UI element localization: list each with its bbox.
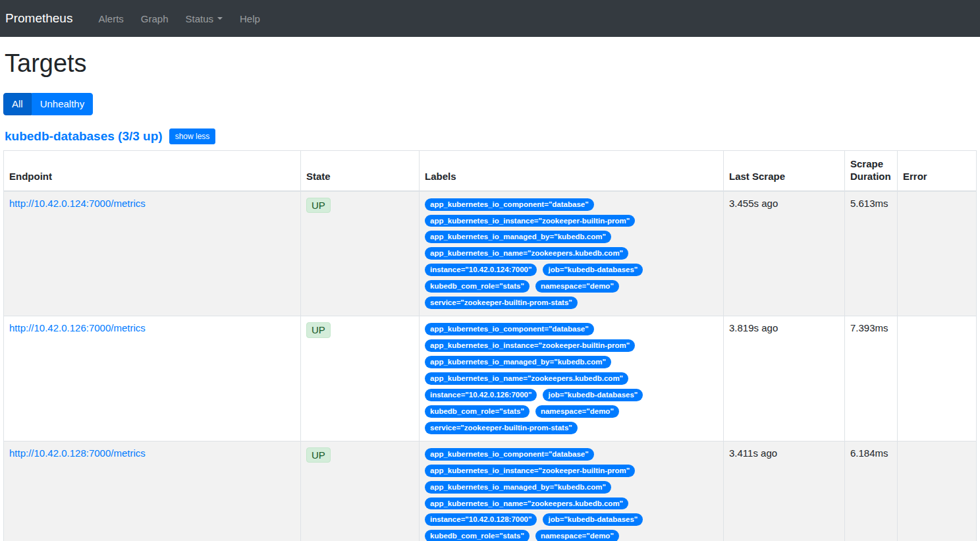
page-content: Targets All Unhealthy kubedb-databases (… xyxy=(0,49,980,541)
show-less-button[interactable]: show less xyxy=(169,128,216,144)
last-scrape-cell: 3.819s ago xyxy=(724,316,845,441)
target-label-pill: kubedb_com_role="stats" xyxy=(425,280,530,293)
target-label-pill: job="kubedb-databases" xyxy=(543,389,643,401)
label-line: app_kubernetes_io_managed_by="kubedb.com… xyxy=(425,480,718,494)
target-label-pill: instance="10.42.0.126:7000" xyxy=(425,389,537,401)
targets-table-header: Endpoint State Labels Last Scrape Scrape… xyxy=(4,151,977,191)
state-cell: UP xyxy=(301,316,420,441)
label-line: service="zookeeper-builtin-prom-stats" xyxy=(425,421,718,434)
label-line: instance="10.42.0.126:7000"job="kubedb-d… xyxy=(425,388,718,401)
state-badge: UP xyxy=(306,447,331,463)
target-label-pill: app_kubernetes_io_component="database" xyxy=(425,323,594,335)
state-cell: UP xyxy=(301,191,420,316)
scrape-duration-cell: 5.613ms xyxy=(845,191,898,316)
filter-unhealthy-button[interactable]: Unhealthy xyxy=(32,93,94,115)
label-line: app_kubernetes_io_name="zookeepers.kubed… xyxy=(425,497,718,510)
label-line: app_kubernetes_io_managed_by="kubedb.com… xyxy=(425,230,718,243)
label-line: app_kubernetes_io_component="database" xyxy=(425,322,718,335)
target-label-pill: app_kubernetes_io_managed_by="kubedb.com… xyxy=(425,356,611,368)
header-error: Error xyxy=(898,151,977,191)
endpoint-link[interactable]: http://10.42.0.124:7000/metrics xyxy=(9,198,146,209)
target-label-pill: job="kubedb-databases" xyxy=(543,264,643,276)
state-cell: UP xyxy=(301,441,420,541)
label-line: app_kubernetes_io_component="database" xyxy=(425,198,718,211)
top-navbar: Prometheus Alerts Graph Status Help xyxy=(0,0,980,37)
target-label-pill: service="zookeeper-builtin-prom-stats" xyxy=(425,297,578,309)
nav-item-alerts-label: Alerts xyxy=(98,13,123,24)
nav-item-graph[interactable]: Graph xyxy=(132,13,177,24)
labels-cell: app_kubernetes_io_component="database"ap… xyxy=(420,191,724,316)
target-label-pill: app_kubernetes_io_instance="zookeeper-bu… xyxy=(425,465,635,477)
error-cell xyxy=(898,316,977,441)
label-line: kubedb_com_role="stats"namespace="demo" xyxy=(425,279,718,293)
target-filter-group: All Unhealthy xyxy=(3,93,93,115)
error-cell xyxy=(898,441,977,541)
target-label-pill: app_kubernetes_io_instance="zookeeper-bu… xyxy=(425,215,635,227)
label-line: app_kubernetes_io_instance="zookeeper-bu… xyxy=(425,214,718,227)
label-line: kubedb_com_role="stats"namespace="demo" xyxy=(425,405,718,418)
endpoint-cell: http://10.42.0.124:7000/metrics xyxy=(4,191,301,316)
brand-link[interactable]: Prometheus xyxy=(5,11,72,26)
targets-table: Endpoint State Labels Last Scrape Scrape… xyxy=(3,150,977,541)
nav-item-help-label: Help xyxy=(240,13,260,24)
target-row: http://10.42.0.128:7000/metrics UP app_k… xyxy=(4,441,977,541)
last-scrape: 3.819s ago xyxy=(729,322,778,333)
endpoint-cell: http://10.42.0.128:7000/metrics xyxy=(4,441,301,541)
scrape-duration: 6.184ms xyxy=(850,447,888,459)
scrape-duration-cell: 7.393ms xyxy=(845,316,898,441)
labels-cell: app_kubernetes_io_component="database"ap… xyxy=(420,441,724,541)
last-scrape: 3.411s ago xyxy=(729,447,777,459)
endpoint-link[interactable]: http://10.42.0.128:7000/metrics xyxy=(9,447,146,459)
target-label-pill: app_kubernetes_io_managed_by="kubedb.com… xyxy=(425,231,611,243)
job-title: kubedb-databases (3/3 up) xyxy=(5,129,163,144)
nav-item-help[interactable]: Help xyxy=(231,13,269,24)
target-label-pill: job="kubedb-databases" xyxy=(543,513,643,526)
target-label-pill: instance="10.42.0.128:7000" xyxy=(425,513,537,526)
nav-item-status-dropdown[interactable]: Status xyxy=(177,13,232,24)
header-scrape-duration: Scrape Duration xyxy=(845,151,898,191)
state-badge: UP xyxy=(306,322,331,338)
target-label-pill: namespace="demo" xyxy=(535,280,619,293)
target-label-pill: app_kubernetes_io_name="zookeepers.kubed… xyxy=(425,372,628,385)
target-label-pill: app_kubernetes_io_name="zookeepers.kubed… xyxy=(425,247,628,260)
scrape-duration: 5.613ms xyxy=(850,198,888,209)
scrape-duration: 7.393ms xyxy=(850,322,888,333)
target-label-pill: app_kubernetes_io_instance="zookeeper-bu… xyxy=(425,339,635,352)
last-scrape-cell: 3.455s ago xyxy=(724,191,845,316)
target-label-pill: app_kubernetes_io_name="zookeepers.kubed… xyxy=(425,498,628,510)
label-line: app_kubernetes_io_name="zookeepers.kubed… xyxy=(425,372,718,385)
target-label-pill: app_kubernetes_io_managed_by="kubedb.com… xyxy=(425,481,611,494)
filter-all-button[interactable]: All xyxy=(3,93,32,115)
label-line: service="zookeeper-builtin-prom-stats" xyxy=(425,296,718,309)
target-label-pill: namespace="demo" xyxy=(535,405,619,418)
endpoint-cell: http://10.42.0.126:7000/metrics xyxy=(4,316,301,441)
label-line: app_kubernetes_io_managed_by="kubedb.com… xyxy=(425,355,718,368)
state-badge: UP xyxy=(306,198,331,214)
header-state: State xyxy=(301,151,420,191)
targets-table-body: http://10.42.0.124:7000/metrics UP app_k… xyxy=(4,191,977,541)
header-labels: Labels xyxy=(420,151,724,191)
label-line: app_kubernetes_io_instance="zookeeper-bu… xyxy=(425,339,718,352)
endpoint-link[interactable]: http://10.42.0.126:7000/metrics xyxy=(9,322,146,333)
labels-cell: app_kubernetes_io_component="database"ap… xyxy=(420,316,724,441)
target-label-pill: app_kubernetes_io_component="database" xyxy=(425,448,594,461)
nav-item-status-label: Status xyxy=(186,13,214,24)
header-last-scrape: Last Scrape xyxy=(724,151,845,191)
nav-item-graph-label: Graph xyxy=(141,13,169,24)
last-scrape: 3.455s ago xyxy=(729,198,778,209)
target-label-pill: service="zookeeper-builtin-prom-stats" xyxy=(425,422,578,434)
label-line: app_kubernetes_io_name="zookeepers.kubed… xyxy=(425,246,718,260)
nav-item-alerts[interactable]: Alerts xyxy=(90,13,132,24)
caret-down-icon xyxy=(217,17,223,20)
job-header: kubedb-databases (3/3 up) show less xyxy=(5,128,977,144)
error-cell xyxy=(898,191,977,316)
target-label-pill: kubedb_com_role="stats" xyxy=(425,530,530,541)
scrape-duration-cell: 6.184ms xyxy=(845,441,898,541)
target-row: http://10.42.0.124:7000/metrics UP app_k… xyxy=(4,191,977,316)
target-label-pill: kubedb_com_role="stats" xyxy=(425,405,530,418)
label-line: instance="10.42.0.124:7000"job="kubedb-d… xyxy=(425,263,718,276)
target-label-pill: namespace="demo" xyxy=(535,530,619,541)
last-scrape-cell: 3.411s ago xyxy=(724,441,845,541)
target-label-pill: instance="10.42.0.124:7000" xyxy=(425,264,537,276)
label-line: kubedb_com_role="stats"namespace="demo" xyxy=(425,529,718,541)
